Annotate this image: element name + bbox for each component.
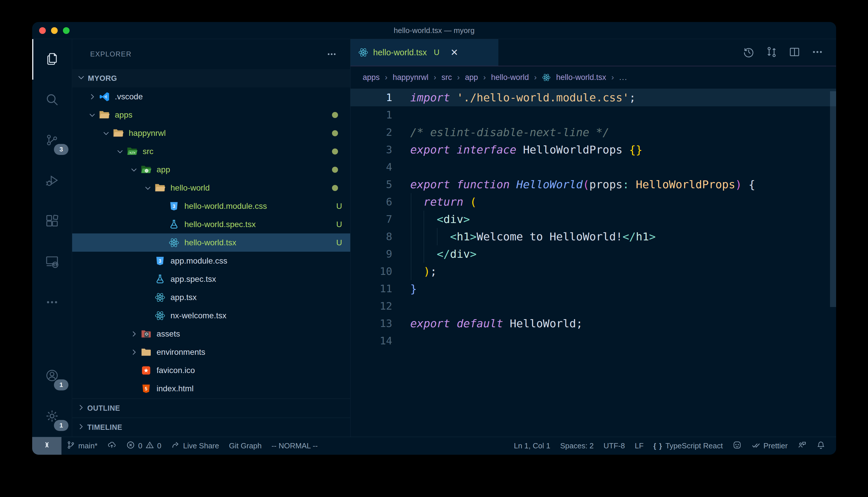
status-cursor-position[interactable]: Ln 1, Col 1 xyxy=(509,437,555,455)
activity-explorer[interactable] xyxy=(32,39,72,80)
history-icon[interactable] xyxy=(743,46,755,59)
status-language-mode[interactable]: { }TypeScript React xyxy=(649,437,728,455)
tree-item-hello-world-spec-tsx[interactable]: hello-world.spec.tsxU xyxy=(72,215,350,233)
activity-extensions[interactable] xyxy=(32,201,72,242)
tree-item-label: hello-world xyxy=(170,183,210,193)
activity-run-and-debug[interactable] xyxy=(32,161,72,201)
status-problems[interactable]: 00 xyxy=(121,437,166,455)
breadcrumb-src[interactable]: src xyxy=(442,73,452,82)
tree-item-nx-welcome-tsx[interactable]: nx-welcome.tsx xyxy=(72,307,350,325)
sidebar-section-outline[interactable]: OUTLINE xyxy=(72,399,350,418)
more-icon[interactable] xyxy=(812,46,823,59)
test-icon xyxy=(168,219,179,230)
tree-item-hello-world-tsx[interactable]: hello-world.tsxU xyxy=(72,233,350,252)
status-octoface[interactable] xyxy=(728,437,746,455)
workspace-root-row[interactable]: MYORG xyxy=(72,69,350,87)
extensions-icon xyxy=(45,214,59,229)
tree-item-app-module-css[interactable]: 3app.module.css xyxy=(72,252,350,270)
line-number: 4 xyxy=(350,158,410,176)
status-eol[interactable]: LF xyxy=(630,437,649,455)
activity-remote-explorer[interactable] xyxy=(32,242,72,282)
tree-item-assets[interactable]: assets xyxy=(72,325,350,343)
tree-item-environments[interactable]: environments xyxy=(72,343,350,361)
breadcrumb-app[interactable]: app xyxy=(465,73,478,82)
split-editor-icon[interactable] xyxy=(788,46,800,59)
svg-text:</>: </> xyxy=(129,151,135,154)
status-encoding[interactable]: UTF-8 xyxy=(599,437,630,455)
breadcrumb-apps[interactable]: apps xyxy=(363,73,380,82)
breadcrumb-hello-world-tsx[interactable]: hello-world.tsx xyxy=(556,73,606,82)
status-notifications[interactable] xyxy=(812,437,830,455)
explorer-more-actions-button[interactable] xyxy=(327,49,337,59)
octoface-icon xyxy=(733,441,742,452)
tree-item-app-spec-tsx[interactable]: app.spec.tsx xyxy=(72,270,350,288)
breadcrumb-hello-world[interactable]: hello-world xyxy=(491,73,529,82)
status-live-share[interactable]: Live Share xyxy=(166,437,224,455)
breadcrumb-happynrwl[interactable]: happynrwl xyxy=(393,73,428,82)
tree-item-label: hello-world.module.css xyxy=(184,202,267,211)
activity-source-control[interactable]: 3 xyxy=(32,120,72,161)
sidebar-section-timeline[interactable]: TIMELINE xyxy=(72,418,350,437)
status-item-label: Spaces: 2 xyxy=(560,441,594,450)
git-modified-dot xyxy=(332,130,338,136)
tree-item-index-html[interactable]: 5index.html xyxy=(72,380,350,398)
line-number: 10 xyxy=(350,263,410,280)
status-remote-indicator[interactable] xyxy=(32,437,61,455)
git-status-badge: U xyxy=(336,238,342,247)
status-indentation[interactable]: Spaces: 2 xyxy=(555,437,599,455)
minimize-window-button[interactable] xyxy=(51,27,58,34)
code-token: </ xyxy=(622,230,636,243)
react-icon xyxy=(154,310,166,321)
workspace-root-label: MYORG xyxy=(88,74,117,83)
code-token xyxy=(510,178,516,191)
status-publish-changes[interactable] xyxy=(102,437,121,455)
tree-item-happynrwl[interactable]: happynrwl xyxy=(72,124,350,142)
status-git-graph[interactable]: Git Graph xyxy=(224,437,267,455)
tree-item-app-tsx[interactable]: app.tsx xyxy=(72,288,350,307)
tab-hello-world-tsx[interactable]: hello-world.tsx U ✕ xyxy=(350,39,498,66)
bell-icon xyxy=(816,441,825,452)
code-token: ; xyxy=(430,265,437,278)
line-number: 12 xyxy=(350,297,410,315)
status-prettier[interactable]: Prettier xyxy=(746,437,793,455)
activity-accounts[interactable]: 1 xyxy=(32,356,72,396)
tree-item-app[interactable]: app xyxy=(72,160,350,179)
activity-search[interactable] xyxy=(32,80,72,120)
close-tab-icon[interactable]: ✕ xyxy=(451,47,458,58)
code-editor[interactable]: 1import './hello-world.module.css';12/* … xyxy=(350,89,836,437)
code-token: {} xyxy=(629,143,643,156)
code-line: 9 </div> xyxy=(350,245,836,263)
activity-badge: 3 xyxy=(54,144,68,155)
status-feedback[interactable] xyxy=(793,437,812,455)
code-token: Welcome to HelloWorld! xyxy=(477,230,622,243)
code-token xyxy=(516,143,523,156)
zoom-window-button[interactable] xyxy=(63,27,70,34)
compare-icon[interactable] xyxy=(766,46,777,59)
status-git-branch[interactable]: main* xyxy=(61,437,102,455)
tree-item-hello-world-module-css[interactable]: 3hello-world.module.cssU xyxy=(72,197,350,215)
code-lines: 1import './hello-world.module.css';12/* … xyxy=(350,89,836,350)
status-item-label: -- NORMAL -- xyxy=(271,441,317,450)
editor-scrollbar[interactable] xyxy=(830,91,836,307)
git-status-badge: U xyxy=(336,220,342,229)
breadcrumb-separator: › xyxy=(434,73,436,82)
code-token: HelloWorldProps xyxy=(523,143,622,156)
code-token: import xyxy=(410,91,450,104)
tree-item-vscode[interactable]: .vscode xyxy=(72,87,350,106)
code-token xyxy=(450,143,457,156)
warning-icon xyxy=(145,441,154,452)
activity-more-views[interactable] xyxy=(32,282,72,323)
close-window-button[interactable] xyxy=(39,27,46,34)
cloud-upload-icon xyxy=(107,441,116,452)
double-check-icon xyxy=(752,441,760,452)
tree-item-apps[interactable]: apps xyxy=(72,106,350,124)
line-number: 5 xyxy=(350,176,410,193)
tree-item-favicon-ico[interactable]: ★favicon.ico xyxy=(72,361,350,380)
code-line: 12 xyxy=(350,297,836,315)
status-item-label: Ln 1, Col 1 xyxy=(514,441,550,450)
activity-settings[interactable]: 1 xyxy=(32,396,72,437)
tree-item-src[interactable]: </>src xyxy=(72,142,350,160)
breadcrumb-separator: › xyxy=(457,73,460,82)
tree-item-hello-world[interactable]: hello-world xyxy=(72,179,350,197)
status-vim-mode[interactable]: -- NORMAL -- xyxy=(266,437,322,455)
